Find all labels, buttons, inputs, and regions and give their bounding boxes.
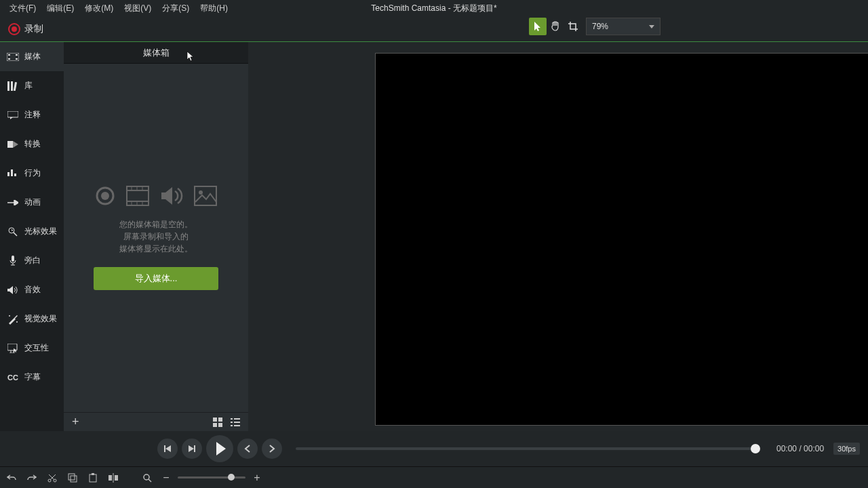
interactivity-icon (7, 344, 19, 353)
scissors-icon (47, 473, 57, 483)
panel-footer: + (64, 412, 248, 431)
sidebar-item-annotations[interactable]: 注释 (0, 100, 64, 129)
playback-bar: 00:00 / 00:00 30fps (0, 431, 868, 466)
paste-button[interactable] (85, 470, 100, 485)
sidebar-item-captions[interactable]: CC字幕 (0, 363, 64, 392)
sidebar-label: 光标效果 (24, 226, 57, 237)
media-icon (7, 52, 19, 62)
voice-icon (7, 256, 19, 266)
empty-line-3: 媒体将显示在此处。 (119, 243, 193, 255)
canvas-tools: 79% (529, 18, 660, 35)
svg-rect-36 (234, 418, 240, 420)
film-icon (126, 186, 149, 206)
redo-button[interactable] (24, 470, 39, 485)
prev-frame-button[interactable] (157, 439, 178, 459)
sidebar-item-cursor-effects[interactable]: 光标效果 (0, 217, 64, 246)
sidebar-item-audio-fx[interactable]: 音效 (0, 275, 64, 304)
timeline-zoom-fit-button[interactable] (140, 470, 155, 485)
next-marker-button[interactable] (262, 439, 282, 459)
copy-button[interactable] (65, 470, 80, 485)
add-media-button[interactable]: + (69, 415, 82, 429)
empty-state-text: 您的媒体箱是空的。 屏幕录制和导入的 媒体将显示在此处。 (119, 218, 193, 255)
captions-icon: CC (7, 373, 19, 382)
sidebar-label: 音效 (24, 284, 41, 296)
animation-icon (7, 198, 19, 207)
playback-scrubber[interactable] (296, 447, 760, 450)
svg-rect-8 (7, 111, 18, 117)
timeline-zoom-in-button[interactable]: + (250, 470, 264, 485)
image-icon (194, 186, 217, 206)
sidebar-label: 交互性 (24, 342, 49, 354)
sidebar-label: 行为 (24, 167, 41, 179)
undo-icon (7, 473, 16, 483)
svg-rect-9 (7, 141, 13, 148)
menu-view[interactable]: 视图(V) (119, 1, 157, 16)
menu-share[interactable]: 分享(S) (157, 1, 195, 16)
canvas-zoom-select[interactable]: 79% (586, 18, 660, 35)
svg-rect-20 (127, 186, 149, 205)
list-icon (231, 418, 240, 427)
record-button[interactable]: 录制 (4, 20, 47, 38)
sidebar-item-library[interactable]: 库 (0, 71, 64, 100)
sidebar-item-voice[interactable]: 旁白 (0, 246, 64, 275)
play-button[interactable] (206, 435, 233, 462)
grid-view-button[interactable] (210, 416, 225, 428)
select-tool-button[interactable] (529, 18, 547, 35)
canvas[interactable] (376, 54, 868, 425)
prev-marker-button[interactable] (237, 439, 258, 459)
svg-rect-33 (213, 423, 217, 427)
svg-rect-41 (164, 445, 165, 452)
audio-fx-icon (7, 285, 19, 295)
svg-line-53 (149, 479, 151, 482)
svg-rect-46 (71, 476, 77, 482)
menu-file[interactable]: 文件(F) (4, 1, 41, 16)
canvas-area[interactable] (248, 42, 868, 431)
sidebar-item-media[interactable]: 媒体 (0, 42, 64, 71)
menu-modify[interactable]: 修改(M) (79, 1, 119, 16)
timeline-zoom-out-button[interactable]: − (159, 470, 174, 485)
timeline-zoom-slider[interactable] (178, 476, 245, 479)
undo-button[interactable] (4, 470, 19, 485)
svg-rect-40 (234, 425, 240, 426)
sidebar-item-interactivity[interactable]: 交互性 (0, 333, 64, 363)
redo-icon (27, 473, 37, 483)
fps-display[interactable]: 30fps (833, 443, 860, 455)
plus-icon: + (254, 472, 260, 484)
crop-icon (568, 21, 578, 32)
svg-rect-6 (11, 81, 13, 91)
svg-point-15 (9, 315, 10, 317)
list-view-button[interactable] (228, 416, 243, 428)
zoom-slider-knob[interactable] (228, 474, 235, 481)
timeline-zoom-group: − + (140, 470, 264, 485)
panel-body: 您的媒体箱是空的。 屏幕录制和导入的 媒体将显示在此处。 导入媒体... (64, 64, 248, 412)
svg-rect-2 (8, 58, 10, 60)
svg-rect-47 (90, 474, 96, 482)
svg-rect-45 (68, 474, 75, 480)
menu-edit[interactable]: 编辑(E) (41, 1, 79, 16)
skip-back-icon (163, 444, 172, 453)
cut-button[interactable] (45, 470, 60, 485)
cursor-effects-icon (7, 227, 19, 237)
scrubber-knob[interactable] (751, 444, 760, 453)
copy-icon (68, 473, 77, 483)
pan-tool-button[interactable] (547, 18, 564, 35)
step-forward-icon (187, 444, 197, 453)
empty-state-icons (95, 186, 217, 206)
svg-rect-1 (8, 54, 10, 56)
svg-rect-17 (7, 344, 17, 350)
crop-tool-button[interactable] (564, 18, 582, 35)
sidebar-item-visual-fx[interactable]: 视觉效果 (0, 304, 64, 333)
chevron-right-icon (269, 445, 275, 453)
svg-rect-48 (92, 473, 94, 475)
import-media-button[interactable]: 导入媒体... (94, 267, 218, 290)
sidebar-item-behaviors[interactable]: 行为 (0, 159, 64, 188)
sidebar-item-transitions[interactable]: 转换 (0, 129, 64, 159)
split-button[interactable] (106, 470, 121, 485)
sidebar-item-animations[interactable]: 动画 (0, 188, 64, 217)
menu-help[interactable]: 帮助(H) (195, 1, 233, 16)
window-title: TechSmith Camtasia - 无标题项目* (371, 3, 496, 14)
step-forward-button[interactable] (182, 439, 202, 459)
svg-rect-32 (218, 418, 222, 422)
annotation-icon (7, 110, 19, 120)
svg-rect-7 (14, 81, 17, 90)
